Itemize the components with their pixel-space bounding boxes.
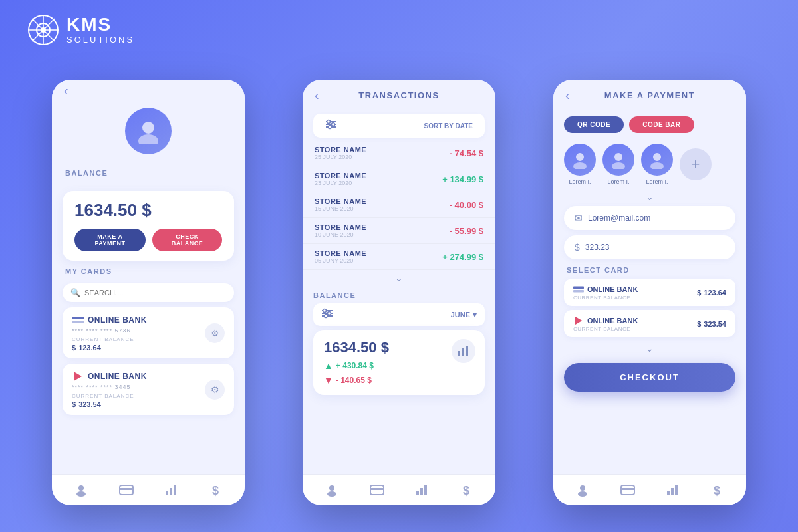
make-payment-button[interactable]: MAKE A PAYMENT bbox=[74, 229, 146, 251]
recipient-1: Lorem I. bbox=[564, 144, 596, 185]
transactions-list: STORE NAME25 JULY 2020 - 74.54 $ STORE N… bbox=[303, 140, 495, 270]
payment-card-1[interactable]: ONLINE BANK CURRENT BALANCE $ 123.64 bbox=[564, 279, 735, 306]
nav-dollar-1[interactable]: $ bbox=[211, 483, 223, 497]
nav-chart-2[interactable] bbox=[416, 484, 430, 496]
code-bar-tab[interactable]: CODE BAR bbox=[629, 116, 694, 133]
logo-text: KMS SOLUTIONS bbox=[66, 15, 134, 45]
user-avatar bbox=[125, 108, 172, 154]
play-brand-icon bbox=[72, 370, 84, 382]
svg-point-36 bbox=[327, 491, 336, 497]
recipient-name-3: Lorem I. bbox=[646, 178, 668, 185]
svg-point-29 bbox=[323, 309, 327, 313]
add-recipient-button[interactable]: + bbox=[680, 148, 712, 180]
dollar-icon: $ bbox=[575, 242, 580, 253]
qr-code-tab[interactable]: QR CODE bbox=[564, 116, 624, 133]
logo-solutions: SOLUTIONS bbox=[66, 35, 134, 45]
svg-rect-32 bbox=[458, 351, 460, 356]
payment-card-balance-val-1: 123.64 bbox=[704, 289, 726, 297]
svg-point-8 bbox=[138, 134, 158, 144]
card-name-row-1: ONLINE BANK bbox=[72, 314, 147, 326]
balance-filter-bar[interactable]: JUNE ▾ bbox=[313, 303, 485, 326]
check-balance-button[interactable]: CHECK BALANCE bbox=[152, 229, 222, 251]
svg-rect-55 bbox=[621, 488, 634, 490]
nav-chart-1[interactable] bbox=[165, 484, 180, 496]
gear-icon-2[interactable]: ⚙ bbox=[205, 380, 225, 400]
transaction-3: STORE NAME15 JUNE 2020 - 40.00 $ bbox=[303, 192, 495, 218]
svg-point-13 bbox=[76, 491, 86, 497]
logo: KMS SOLUTIONS bbox=[27, 13, 134, 47]
nav-person-3[interactable] bbox=[576, 483, 589, 497]
balance-section: BALANCE JUNE ▾ 1634.50 $ bbox=[303, 286, 495, 398]
recipient-name-2: Lorem I. bbox=[607, 178, 629, 185]
svg-rect-16 bbox=[166, 491, 168, 495]
back-arrow-1[interactable]: ‹ bbox=[64, 83, 68, 98]
phone-3: ‹ MAKE A PAYMENT QR CODE CODE BAR Lorem … bbox=[553, 80, 746, 505]
card-balance-row-1: $ 123.64 bbox=[72, 344, 101, 352]
sort-label: SORT BY DATE bbox=[424, 122, 473, 130]
phone-2: ‹ TRANSACTIONS SORT BY DATE STORE NAME25… bbox=[303, 80, 495, 505]
recipient-3: Lorem I. bbox=[641, 144, 673, 185]
recipients-row: Lorem I. Lorem I. Lorem I. + bbox=[553, 138, 746, 190]
checkout-button[interactable]: CHECKOUT bbox=[564, 363, 735, 392]
svg-point-52 bbox=[580, 485, 585, 491]
svg-point-24 bbox=[332, 123, 335, 126]
balance-amount: 1634.50 $ bbox=[74, 200, 222, 221]
card-name-row-2: ONLINE BANK bbox=[72, 370, 147, 382]
nav-person-2[interactable] bbox=[325, 483, 338, 497]
svg-rect-9 bbox=[72, 317, 84, 319]
card-left-2: ONLINE BANK **** **** **** 3445 CURRENT … bbox=[72, 370, 147, 408]
nav-dollar-2[interactable]: $ bbox=[462, 483, 473, 497]
svg-point-23 bbox=[327, 120, 331, 124]
nav-chart-3[interactable] bbox=[666, 484, 681, 496]
chart-icon bbox=[452, 339, 475, 363]
search-input[interactable] bbox=[84, 289, 226, 297]
phone1-nav: $ bbox=[52, 474, 245, 505]
back-arrow-2[interactable]: ‹ bbox=[315, 88, 319, 103]
transaction-4: STORE NAME10 JUNE 2020 - 55.99 $ bbox=[303, 218, 495, 244]
svg-point-30 bbox=[328, 312, 331, 315]
payment-card-name-2: ONLINE BANK bbox=[573, 315, 638, 326]
add-recipient-item[interactable]: + bbox=[680, 148, 712, 180]
payment-card-2[interactable]: ONLINE BANK CURRENT BALANCE $ 323.54 bbox=[564, 310, 735, 337]
svg-rect-58 bbox=[675, 485, 678, 495]
svg-point-47 bbox=[653, 153, 661, 161]
card-item-2[interactable]: ONLINE BANK **** **** **** 3445 CURRENT … bbox=[63, 364, 234, 415]
nav-person-1[interactable] bbox=[74, 483, 88, 497]
balance-stat-positive: ▲ + 430.84 $ bbox=[324, 360, 474, 371]
svg-text:$: $ bbox=[463, 484, 469, 497]
email-icon: ✉ bbox=[575, 213, 583, 223]
card-balance-label-2: CURRENT BALANCE bbox=[72, 393, 134, 399]
recipient-2: Lorem I. bbox=[602, 144, 634, 185]
search-icon: 🔍 bbox=[70, 288, 80, 297]
svg-rect-17 bbox=[170, 488, 172, 495]
my-cards-title: MY CARDS bbox=[52, 263, 245, 278]
phone1-header: ‹ bbox=[52, 80, 245, 101]
payment-card-left-1: ONLINE BANK CURRENT BALANCE bbox=[573, 284, 638, 301]
recipients-chevron[interactable]: ⌄ bbox=[553, 190, 746, 203]
month-select[interactable]: JUNE ▾ bbox=[451, 311, 477, 319]
nav-card-2[interactable] bbox=[370, 485, 384, 495]
card-item-1[interactable]: ONLINE BANK **** **** **** 5736 CURRENT … bbox=[63, 307, 234, 358]
select-card-title: SELECT CARD bbox=[553, 262, 746, 277]
back-arrow-3[interactable]: ‹ bbox=[565, 88, 570, 103]
gear-icon-1[interactable]: ⚙ bbox=[205, 323, 225, 343]
search-bar: 🔍 bbox=[63, 283, 234, 302]
phone3-header: ‹ MAKE A PAYMENT bbox=[553, 80, 746, 111]
transactions-more-chevron[interactable]: ⌄ bbox=[303, 270, 495, 286]
nav-card-3[interactable] bbox=[620, 485, 635, 495]
balance-section-title: BALANCE bbox=[313, 291, 485, 299]
phone2-title: TRANSACTIONS bbox=[358, 90, 439, 100]
email-input[interactable] bbox=[588, 213, 725, 223]
svg-point-6 bbox=[41, 27, 46, 33]
nav-card-1[interactable] bbox=[119, 485, 134, 495]
nav-dollar-3[interactable]: $ bbox=[712, 483, 724, 497]
filter-icon-2 bbox=[321, 308, 333, 321]
balance-buttons: MAKE A PAYMENT CHECK BALANCE bbox=[74, 229, 222, 251]
recipient-avatar-2 bbox=[602, 144, 634, 176]
filter-bar[interactable]: SORT BY DATE bbox=[313, 114, 485, 138]
cards-chevron[interactable]: ⌄ bbox=[553, 342, 746, 355]
recipient-avatar-3 bbox=[641, 144, 673, 176]
svg-rect-38 bbox=[370, 488, 384, 490]
logo-icon bbox=[27, 13, 60, 47]
amount-input[interactable] bbox=[585, 243, 725, 252]
